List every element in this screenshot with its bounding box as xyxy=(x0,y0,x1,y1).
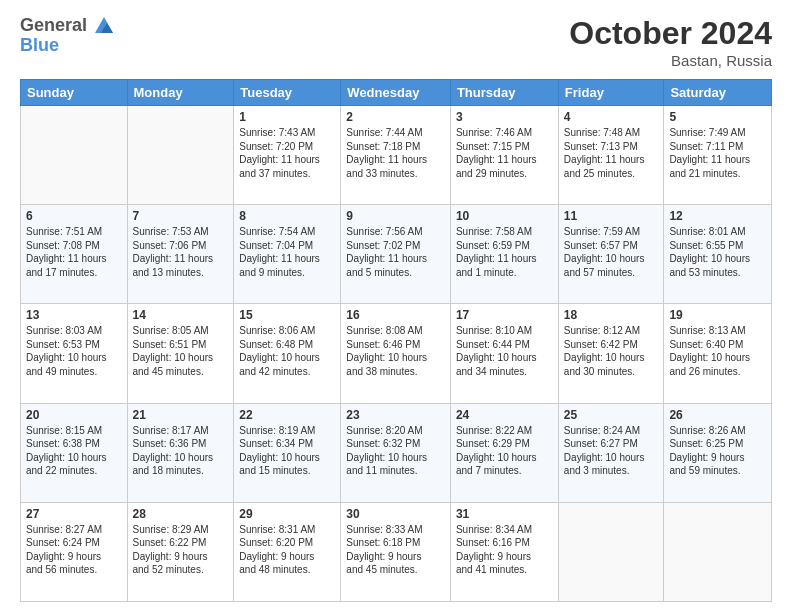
day-number: 27 xyxy=(26,507,122,521)
day-cell: 21Sunrise: 8:17 AM Sunset: 6:36 PM Dayli… xyxy=(127,403,234,502)
day-number: 24 xyxy=(456,408,553,422)
day-info: Sunrise: 8:27 AM Sunset: 6:24 PM Dayligh… xyxy=(26,523,122,577)
day-cell xyxy=(21,106,128,205)
day-number: 13 xyxy=(26,308,122,322)
weekday-header-thursday: Thursday xyxy=(450,80,558,106)
logo-icon xyxy=(93,15,115,37)
day-info: Sunrise: 8:10 AM Sunset: 6:44 PM Dayligh… xyxy=(456,324,553,378)
day-number: 8 xyxy=(239,209,335,223)
day-cell: 14Sunrise: 8:05 AM Sunset: 6:51 PM Dayli… xyxy=(127,304,234,403)
week-row-2: 6Sunrise: 7:51 AM Sunset: 7:08 PM Daylig… xyxy=(21,205,772,304)
logo-general: General xyxy=(20,15,87,35)
day-cell: 1Sunrise: 7:43 AM Sunset: 7:20 PM Daylig… xyxy=(234,106,341,205)
day-cell: 11Sunrise: 7:59 AM Sunset: 6:57 PM Dayli… xyxy=(558,205,664,304)
day-cell xyxy=(558,502,664,601)
day-cell: 26Sunrise: 8:26 AM Sunset: 6:25 PM Dayli… xyxy=(664,403,772,502)
day-info: Sunrise: 7:54 AM Sunset: 7:04 PM Dayligh… xyxy=(239,225,335,279)
day-number: 25 xyxy=(564,408,659,422)
weekday-header-row: SundayMondayTuesdayWednesdayThursdayFrid… xyxy=(21,80,772,106)
day-number: 15 xyxy=(239,308,335,322)
day-info: Sunrise: 7:58 AM Sunset: 6:59 PM Dayligh… xyxy=(456,225,553,279)
day-info: Sunrise: 7:48 AM Sunset: 7:13 PM Dayligh… xyxy=(564,126,659,180)
logo-blue: Blue xyxy=(20,35,115,56)
day-cell: 15Sunrise: 8:06 AM Sunset: 6:48 PM Dayli… xyxy=(234,304,341,403)
day-number: 6 xyxy=(26,209,122,223)
day-cell: 24Sunrise: 8:22 AM Sunset: 6:29 PM Dayli… xyxy=(450,403,558,502)
day-info: Sunrise: 8:24 AM Sunset: 6:27 PM Dayligh… xyxy=(564,424,659,478)
day-info: Sunrise: 8:17 AM Sunset: 6:36 PM Dayligh… xyxy=(133,424,229,478)
day-cell: 8Sunrise: 7:54 AM Sunset: 7:04 PM Daylig… xyxy=(234,205,341,304)
day-cell: 2Sunrise: 7:44 AM Sunset: 7:18 PM Daylig… xyxy=(341,106,451,205)
day-info: Sunrise: 8:19 AM Sunset: 6:34 PM Dayligh… xyxy=(239,424,335,478)
day-number: 16 xyxy=(346,308,445,322)
day-info: Sunrise: 8:29 AM Sunset: 6:22 PM Dayligh… xyxy=(133,523,229,577)
day-info: Sunrise: 8:01 AM Sunset: 6:55 PM Dayligh… xyxy=(669,225,766,279)
calendar-table: SundayMondayTuesdayWednesdayThursdayFrid… xyxy=(20,79,772,602)
day-info: Sunrise: 8:22 AM Sunset: 6:29 PM Dayligh… xyxy=(456,424,553,478)
week-row-1: 1Sunrise: 7:43 AM Sunset: 7:20 PM Daylig… xyxy=(21,106,772,205)
day-number: 9 xyxy=(346,209,445,223)
day-number: 1 xyxy=(239,110,335,124)
day-number: 10 xyxy=(456,209,553,223)
day-info: Sunrise: 7:51 AM Sunset: 7:08 PM Dayligh… xyxy=(26,225,122,279)
day-info: Sunrise: 8:20 AM Sunset: 6:32 PM Dayligh… xyxy=(346,424,445,478)
day-cell: 19Sunrise: 8:13 AM Sunset: 6:40 PM Dayli… xyxy=(664,304,772,403)
logo: General Blue xyxy=(20,15,115,56)
weekday-header-tuesday: Tuesday xyxy=(234,80,341,106)
day-cell: 25Sunrise: 8:24 AM Sunset: 6:27 PM Dayli… xyxy=(558,403,664,502)
day-number: 2 xyxy=(346,110,445,124)
day-number: 18 xyxy=(564,308,659,322)
day-info: Sunrise: 7:44 AM Sunset: 7:18 PM Dayligh… xyxy=(346,126,445,180)
day-info: Sunrise: 7:46 AM Sunset: 7:15 PM Dayligh… xyxy=(456,126,553,180)
location: Bastan, Russia xyxy=(569,52,772,69)
day-cell: 12Sunrise: 8:01 AM Sunset: 6:55 PM Dayli… xyxy=(664,205,772,304)
day-cell: 9Sunrise: 7:56 AM Sunset: 7:02 PM Daylig… xyxy=(341,205,451,304)
day-number: 30 xyxy=(346,507,445,521)
day-cell: 3Sunrise: 7:46 AM Sunset: 7:15 PM Daylig… xyxy=(450,106,558,205)
day-number: 5 xyxy=(669,110,766,124)
day-cell: 5Sunrise: 7:49 AM Sunset: 7:11 PM Daylig… xyxy=(664,106,772,205)
day-number: 20 xyxy=(26,408,122,422)
weekday-header-monday: Monday xyxy=(127,80,234,106)
day-cell xyxy=(664,502,772,601)
day-cell: 17Sunrise: 8:10 AM Sunset: 6:44 PM Dayli… xyxy=(450,304,558,403)
day-number: 21 xyxy=(133,408,229,422)
week-row-5: 27Sunrise: 8:27 AM Sunset: 6:24 PM Dayli… xyxy=(21,502,772,601)
day-cell: 29Sunrise: 8:31 AM Sunset: 6:20 PM Dayli… xyxy=(234,502,341,601)
day-cell: 27Sunrise: 8:27 AM Sunset: 6:24 PM Dayli… xyxy=(21,502,128,601)
day-number: 22 xyxy=(239,408,335,422)
day-cell xyxy=(127,106,234,205)
day-info: Sunrise: 8:12 AM Sunset: 6:42 PM Dayligh… xyxy=(564,324,659,378)
day-number: 4 xyxy=(564,110,659,124)
day-number: 14 xyxy=(133,308,229,322)
day-cell: 6Sunrise: 7:51 AM Sunset: 7:08 PM Daylig… xyxy=(21,205,128,304)
day-cell: 13Sunrise: 8:03 AM Sunset: 6:53 PM Dayli… xyxy=(21,304,128,403)
day-info: Sunrise: 8:03 AM Sunset: 6:53 PM Dayligh… xyxy=(26,324,122,378)
day-cell: 4Sunrise: 7:48 AM Sunset: 7:13 PM Daylig… xyxy=(558,106,664,205)
day-cell: 20Sunrise: 8:15 AM Sunset: 6:38 PM Dayli… xyxy=(21,403,128,502)
day-info: Sunrise: 7:53 AM Sunset: 7:06 PM Dayligh… xyxy=(133,225,229,279)
day-info: Sunrise: 7:43 AM Sunset: 7:20 PM Dayligh… xyxy=(239,126,335,180)
day-info: Sunrise: 8:26 AM Sunset: 6:25 PM Dayligh… xyxy=(669,424,766,478)
page: General Blue October 2024 Bastan, Russia… xyxy=(0,0,792,612)
day-number: 28 xyxy=(133,507,229,521)
day-info: Sunrise: 8:15 AM Sunset: 6:38 PM Dayligh… xyxy=(26,424,122,478)
day-info: Sunrise: 8:33 AM Sunset: 6:18 PM Dayligh… xyxy=(346,523,445,577)
day-cell: 23Sunrise: 8:20 AM Sunset: 6:32 PM Dayli… xyxy=(341,403,451,502)
weekday-header-sunday: Sunday xyxy=(21,80,128,106)
day-info: Sunrise: 8:06 AM Sunset: 6:48 PM Dayligh… xyxy=(239,324,335,378)
day-info: Sunrise: 8:13 AM Sunset: 6:40 PM Dayligh… xyxy=(669,324,766,378)
day-cell: 30Sunrise: 8:33 AM Sunset: 6:18 PM Dayli… xyxy=(341,502,451,601)
day-number: 23 xyxy=(346,408,445,422)
day-cell: 10Sunrise: 7:58 AM Sunset: 6:59 PM Dayli… xyxy=(450,205,558,304)
day-number: 7 xyxy=(133,209,229,223)
weekday-header-friday: Friday xyxy=(558,80,664,106)
day-cell: 28Sunrise: 8:29 AM Sunset: 6:22 PM Dayli… xyxy=(127,502,234,601)
day-cell: 16Sunrise: 8:08 AM Sunset: 6:46 PM Dayli… xyxy=(341,304,451,403)
day-number: 11 xyxy=(564,209,659,223)
day-cell: 18Sunrise: 8:12 AM Sunset: 6:42 PM Dayli… xyxy=(558,304,664,403)
day-info: Sunrise: 8:31 AM Sunset: 6:20 PM Dayligh… xyxy=(239,523,335,577)
day-info: Sunrise: 7:49 AM Sunset: 7:11 PM Dayligh… xyxy=(669,126,766,180)
day-info: Sunrise: 7:59 AM Sunset: 6:57 PM Dayligh… xyxy=(564,225,659,279)
week-row-3: 13Sunrise: 8:03 AM Sunset: 6:53 PM Dayli… xyxy=(21,304,772,403)
